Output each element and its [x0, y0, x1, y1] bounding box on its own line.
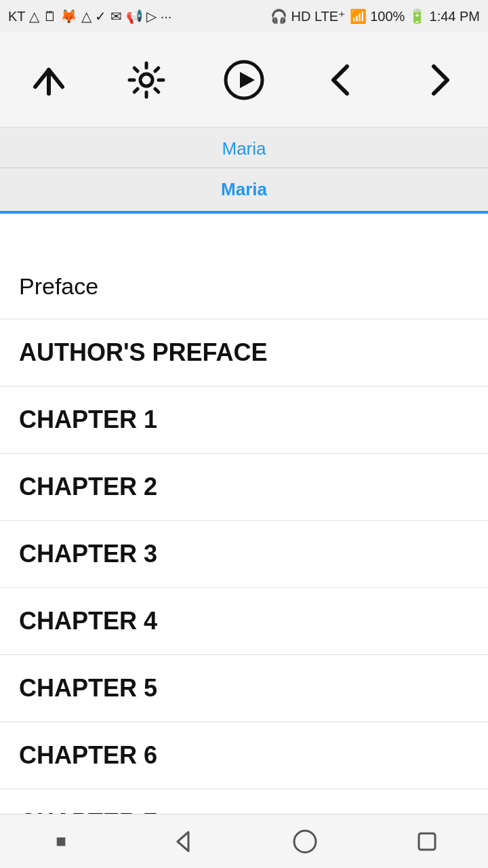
nav-square-button[interactable]: ■ — [34, 821, 88, 862]
toc-item[interactable]: CHAPTER 2 — [0, 454, 488, 521]
status-icons: 🗒 🦊 △ ✓ ✉ 📢 ▷ ··· — [43, 8, 172, 24]
toc-item-label: CHAPTER 2 — [19, 473, 157, 500]
toc-list: PrefaceAUTHOR'S PREFACECHAPTER 1CHAPTER … — [0, 254, 488, 868]
toc-item-label: CHAPTER 1 — [19, 406, 157, 433]
up-button[interactable] — [22, 53, 76, 107]
svg-point-5 — [294, 831, 316, 852]
settings-button[interactable] — [119, 53, 174, 107]
svg-point-1 — [140, 74, 152, 86]
status-left: KT △ 🗒 🦊 △ ✓ ✉ 📢 ▷ ··· — [8, 8, 171, 24]
nav-home-button[interactable] — [278, 821, 332, 862]
toc-item[interactable]: CHAPTER 4 — [0, 588, 488, 655]
toc-item[interactable]: CHAPTER 5 — [0, 655, 488, 722]
tab-maria[interactable]: Maria — [0, 168, 488, 214]
toolbar — [0, 33, 488, 127]
nav-square-icon: ■ — [56, 831, 66, 852]
bottom-nav: ■ — [0, 814, 488, 868]
toc-item[interactable]: CHAPTER 3 — [0, 521, 488, 588]
header: Maria Maria — [0, 127, 488, 214]
play-button[interactable] — [217, 53, 271, 107]
back-button[interactable] — [314, 53, 369, 107]
toc-item[interactable]: CHAPTER 6 — [0, 722, 488, 789]
toc-item-label: CHAPTER 4 — [19, 607, 157, 635]
toc-item-label: AUTHOR'S PREFACE — [19, 338, 268, 366]
status-left-text: KT △ — [8, 8, 39, 24]
status-right-text: 🎧 HD LTE⁺ 📶 100% 🔋 1:44 PM — [270, 8, 480, 24]
status-right: 🎧 HD LTE⁺ 📶 100% 🔋 1:44 PM — [270, 8, 480, 24]
nav-back-button[interactable] — [156, 821, 210, 862]
forward-button[interactable] — [412, 53, 466, 107]
toc-item-label: CHAPTER 5 — [19, 674, 157, 702]
toc-item-label: Preface — [19, 273, 98, 299]
svg-rect-6 — [419, 833, 435, 850]
toc-item[interactable]: CHAPTER 1 — [0, 387, 488, 454]
status-bar: KT △ 🗒 🦊 △ ✓ ✉ 📢 ▷ ··· 🎧 HD LTE⁺ 📶 100% … — [0, 0, 488, 33]
spacer — [0, 214, 488, 254]
nav-recent-button[interactable] — [400, 821, 454, 862]
book-title: Maria — [222, 138, 266, 167]
toc-item-label: CHAPTER 6 — [19, 741, 157, 769]
toc-item[interactable]: AUTHOR'S PREFACE — [0, 319, 488, 387]
toc-item[interactable]: Preface — [0, 254, 488, 319]
tab-bar: Maria — [0, 167, 488, 214]
svg-marker-3 — [240, 72, 255, 88]
svg-marker-4 — [178, 832, 188, 851]
toc-item-label: CHAPTER 3 — [19, 540, 157, 568]
